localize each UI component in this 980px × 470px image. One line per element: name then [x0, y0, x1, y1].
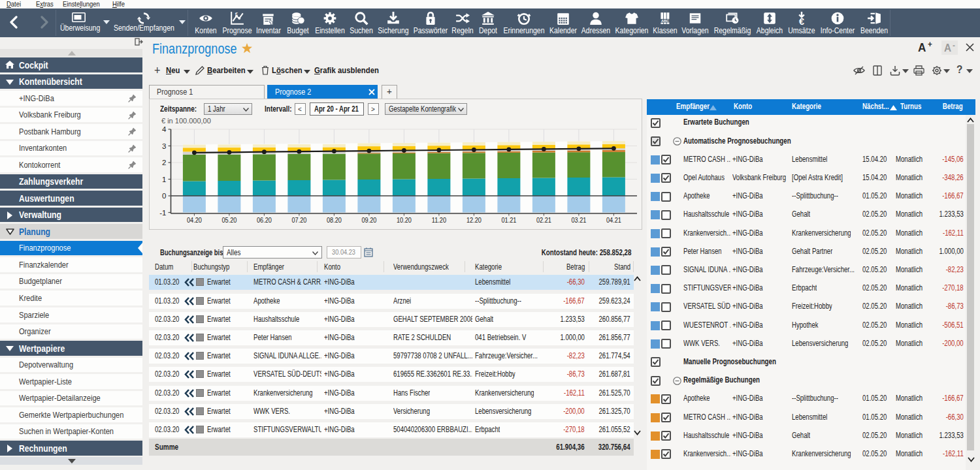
svg-text:€: €: [235, 11, 238, 17]
svg-text:1: 1: [162, 176, 166, 183]
svg-text:10.20: 10.20: [397, 216, 412, 224]
svg-text:-1: -1: [159, 209, 166, 217]
svg-text:3: 3: [162, 142, 166, 150]
svg-text:€ in 100.000,00: € in 100.000,00: [161, 117, 211, 125]
svg-text:04.21: 04.21: [606, 216, 621, 224]
svg-text:04.20: 04.20: [187, 216, 202, 224]
svg-text:01.21: 01.21: [501, 216, 516, 224]
svg-text:ABC: ABC: [661, 19, 669, 23]
svg-text:09.20: 09.20: [361, 216, 376, 224]
svg-text:2: 2: [162, 159, 166, 166]
svg-text:03.21: 03.21: [571, 216, 586, 224]
svg-text:€: €: [799, 16, 804, 25]
svg-text:02.21: 02.21: [536, 216, 551, 224]
svg-text:06.20: 06.20: [257, 216, 272, 224]
svg-text:08.20: 08.20: [327, 216, 342, 224]
svg-text:05.20: 05.20: [221, 216, 237, 224]
svg-text:12.20: 12.20: [466, 216, 482, 224]
svg-text:0: 0: [162, 192, 166, 200]
svg-text:07.20: 07.20: [291, 216, 306, 224]
svg-text:11.20: 11.20: [432, 216, 447, 224]
svg-text:4: 4: [162, 125, 167, 133]
